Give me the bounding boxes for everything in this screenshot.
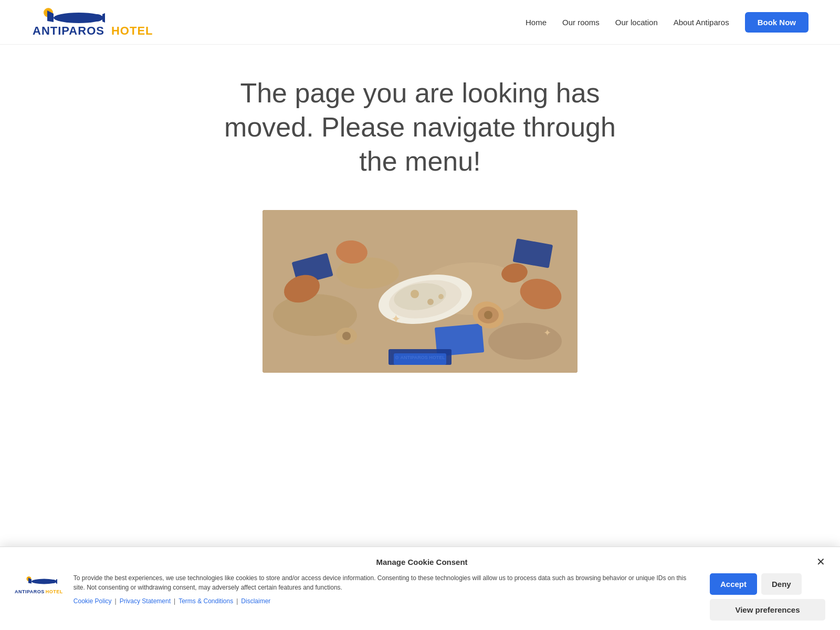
logo-hotel-text: HOTEL: [111, 24, 153, 38]
site-header: ANTIPAROS HOTEL Home Our rooms Our locat…: [0, 0, 840, 45]
book-now-button[interactable]: Book Now: [745, 12, 808, 33]
svg-point-22: [484, 311, 492, 319]
svg-point-24: [342, 332, 351, 340]
nav-our-rooms[interactable]: Our rooms: [562, 18, 600, 27]
svg-rect-31: [388, 349, 452, 365]
logo-fish-icon: [32, 6, 105, 26]
logo[interactable]: ANTIPAROS HOTEL: [32, 6, 153, 38]
svg-text:✦: ✦: [391, 312, 401, 326]
svg-text:✦: ✦: [543, 328, 551, 338]
nav-home[interactable]: Home: [526, 18, 547, 27]
main-nav: Home Our rooms Our location About Antipa…: [526, 12, 808, 33]
nav-our-location[interactable]: Our location: [615, 18, 658, 27]
svg-marker-5: [102, 12, 105, 24]
svg-point-4: [92, 14, 102, 22]
svg-point-19: [438, 294, 444, 299]
svg-text:⊙ ANTIPAROS HOTEL: ⊙ ANTIPAROS HOTEL: [395, 355, 445, 360]
logo-brand-text: ANTIPAROS: [33, 24, 104, 38]
nav-about-antiparos[interactable]: About Antiparos: [674, 18, 729, 27]
svg-point-18: [427, 299, 434, 305]
svg-point-17: [411, 290, 419, 298]
beach-image: ✦ ✦ ⊙ ANTIPAROS HOTEL: [262, 210, 578, 373]
main-content: The page you are looking has moved. Plea…: [0, 45, 840, 394]
page-moved-heading: The page you are looking has moved. Plea…: [223, 76, 617, 178]
